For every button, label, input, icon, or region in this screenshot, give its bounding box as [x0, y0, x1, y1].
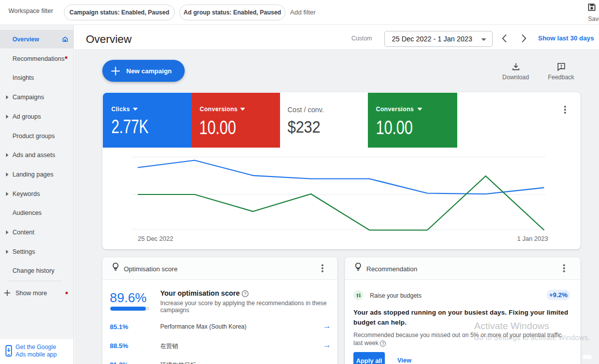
svg-text:?: ? [244, 291, 246, 296]
svg-text:25 Dec 2022: 25 Dec 2022 [138, 235, 173, 242]
svg-text:1 Jan 2023: 1 Jan 2023 [517, 235, 548, 242]
